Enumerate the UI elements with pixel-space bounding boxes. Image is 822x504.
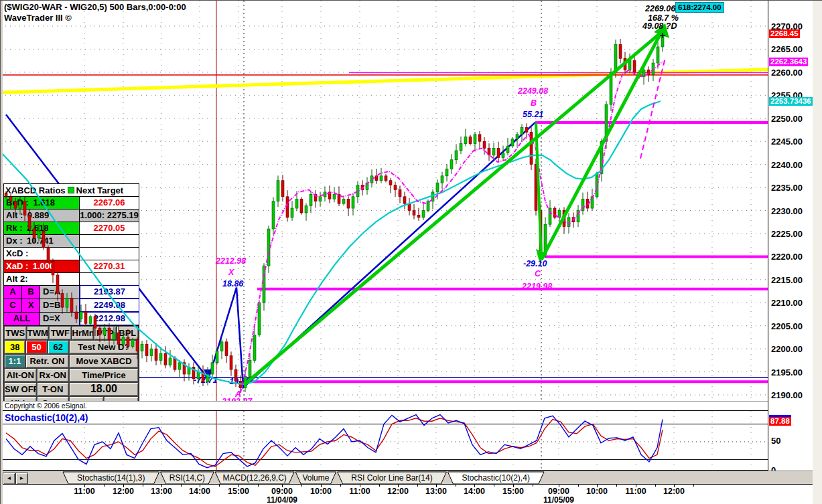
price-axis-label: 2190.00	[771, 390, 803, 400]
tab-rsi-14-c-[interactable]: RSI(14,C)	[161, 472, 214, 484]
button-rx-on[interactable]: Rx-ON	[37, 368, 70, 382]
svg-text:RSI(14,C): RSI(14,C)	[169, 473, 205, 483]
button-prev[interactable]: <<	[69, 396, 104, 401]
button-twm[interactable]: TWM	[27, 326, 50, 340]
point-button-x[interactable]: X	[22, 299, 40, 312]
time-tick	[123, 485, 124, 487]
time-minor-tick	[301, 485, 302, 487]
button-move-xabcd[interactable]: Move XABCD	[69, 354, 139, 368]
ratio-row: XaD : 1.0002270.31	[4, 260, 139, 273]
tab-scroll-left-button[interactable]: ◄	[3, 473, 15, 485]
ratio-row: BcD : 1.6182267.06	[4, 197, 139, 209]
study-tab-bar: ◄ ► Stochastic(14(1),3)RSI(14,C)MACD(12,…	[1, 471, 822, 484]
time-axis-label: 15:00	[228, 487, 249, 496]
tab-macd-12-26-9-c-[interactable]: MACD(12,26,9,C)	[215, 472, 294, 484]
price-axis-label: 2230.00	[771, 206, 803, 216]
time-minor-tick	[340, 485, 341, 487]
button-1-1[interactable]: 1:1	[4, 354, 25, 368]
time-axis-date: 11/05/09	[543, 495, 574, 504]
button-62[interactable]: 62	[48, 340, 69, 354]
panel-next-target-label: Next Target	[76, 185, 124, 196]
time-tick	[513, 485, 514, 487]
tab-rsi-color-line-bar-14-[interactable]: RSI Color Line Bar(14)	[338, 472, 447, 484]
button-tws[interactable]: TWS	[4, 326, 27, 340]
point-button-b[interactable]: B	[22, 286, 40, 299]
button-gann[interactable]: Gann	[37, 396, 70, 401]
price-chart-pane[interactable]: XABCD Ratios Next Target BcD : 1.6182267…	[1, 1, 768, 401]
ratio-target-value: 2267.06	[80, 197, 139, 209]
time-axis-label: 09:00	[548, 487, 569, 496]
ratio-target-value: 2270.31	[80, 260, 139, 272]
time-minor-tick	[456, 485, 456, 487]
tab-stochastic-14-1-3-[interactable]: Stochastic(14(1),3)	[63, 472, 159, 484]
time-axis-label: 13:00	[151, 487, 172, 496]
point-button-c[interactable]: C	[4, 299, 22, 312]
window-right-edge	[813, 1, 822, 504]
button-t-on[interactable]: T-ON	[37, 382, 70, 396]
point-equation-label: D=X	[40, 313, 80, 325]
button-50[interactable]: 50	[25, 340, 47, 354]
point-row: ABD=A2193.87	[4, 286, 139, 299]
price-axis-label: 2250.00	[771, 114, 803, 124]
time-axis[interactable]: 11:0012:0013:0014:0015:0009:0010:0011:00…	[1, 484, 822, 504]
tab-scroll-right-button[interactable]: ►	[15, 473, 28, 485]
button-time-price[interactable]: Time/Price	[69, 368, 139, 382]
button-retr-on[interactable]: Retr. ON	[25, 354, 69, 368]
ratio-label: Dx : 10.741	[4, 235, 80, 247]
ratio-target-value	[80, 248, 139, 260]
svg-text:MACD(12,26,9,C): MACD(12,26,9,C)	[223, 473, 287, 483]
button-alt-on[interactable]: Alt-ON	[4, 368, 37, 382]
point-equation-label: D=A	[40, 286, 80, 299]
time-minor-tick	[181, 485, 182, 487]
price-axis-label: 2215.00	[771, 275, 803, 285]
button-next[interactable]: >>	[104, 396, 139, 401]
tab-stochastic-10-2-4-[interactable]: Stochastic(10(2),4)	[448, 472, 544, 484]
button-hrmn[interactable]: HrMn	[72, 326, 94, 340]
button-38[interactable]: 38	[4, 340, 25, 354]
time-axis-label: 10:00	[586, 487, 608, 496]
panel-header: XABCD Ratios Next Target	[4, 184, 139, 197]
button-ptp[interactable]: PTP	[94, 326, 117, 340]
button-hide[interactable]: Hide	[4, 396, 37, 401]
point-button-all[interactable]: ALL	[4, 313, 40, 325]
time-axis-label: 12:00	[663, 487, 685, 496]
time-minor-tick	[578, 485, 579, 487]
ratio-target-value: 2270.05	[80, 222, 139, 234]
point-price-value: 2212.98	[80, 312, 139, 325]
button-bpl[interactable]: BPL	[117, 326, 139, 340]
time-axis-label: 15:00	[502, 487, 524, 496]
price-axis-label: 2205.00	[771, 321, 803, 331]
price-axis-label: 2225.00	[771, 229, 803, 239]
time-minor-tick	[533, 485, 533, 487]
price-axis-label: 2220.00	[771, 252, 803, 262]
price-axis-label: 2240.00	[771, 160, 803, 170]
ratio-row: XcD :	[4, 248, 139, 260]
time-minor-tick	[258, 485, 259, 487]
time-axis-label: 14:00	[464, 487, 485, 496]
time-axis-label: 11:00	[625, 487, 646, 496]
button-sw-off[interactable]: SW OFF	[4, 382, 37, 396]
point-price-value: 2193.87	[80, 285, 139, 299]
tab-volume[interactable]: Volume	[295, 472, 336, 484]
stochastic-pane[interactable]: Stochastic(10(2),4)	[1, 410, 768, 471]
point-button-a[interactable]: A	[4, 286, 22, 299]
price-axis[interactable]: 2270.002265.002260.002255.002250.002245.…	[768, 1, 813, 471]
svg-text:Stochastic(10(2),4): Stochastic(10(2),4)	[462, 473, 530, 483]
ratio-row: Alt 2:	[4, 273, 139, 286]
time-minor-tick	[219, 485, 220, 487]
ratio-label: XaD : 1.000	[4, 260, 80, 272]
button-twf[interactable]: TWF	[49, 326, 72, 340]
time-axis-label: 09:00	[271, 487, 293, 496]
time-tick	[200, 485, 200, 487]
button-18-00[interactable]: 18.00	[69, 382, 139, 396]
point-row: ALLD=X2212.98	[4, 313, 139, 326]
point-price-value: 2249.08	[80, 299, 139, 312]
ratio-target-value	[80, 273, 139, 285]
time-tick	[161, 485, 162, 487]
time-tick	[597, 485, 598, 487]
time-axis-label: 13:00	[425, 487, 447, 496]
svg-text:RSI Color Line Bar(14): RSI Color Line Bar(14)	[351, 473, 432, 483]
price-axis-label: 2200.00	[771, 344, 803, 354]
button-test-new-d[interactable]: Test New D?	[69, 340, 139, 354]
time-tick	[636, 485, 636, 487]
